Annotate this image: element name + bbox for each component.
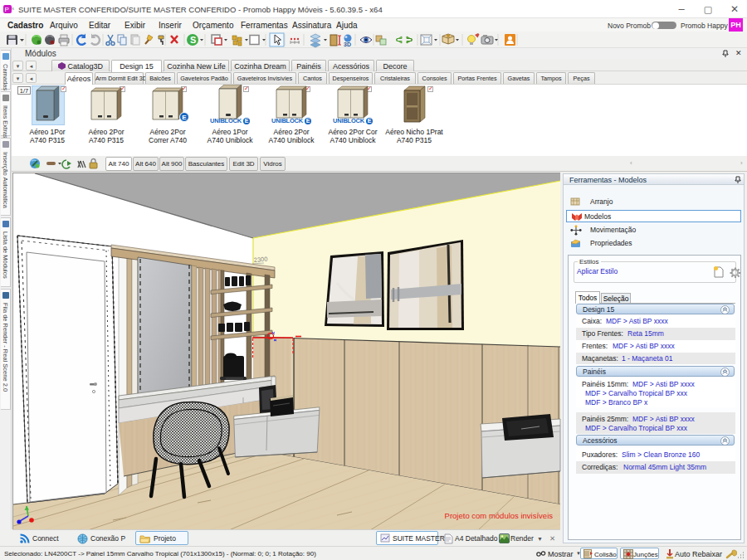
svg-text:s: s [12, 6, 14, 11]
svg-text:Projeto com módulos invisíveis: Projeto com módulos invisíveis [445, 511, 554, 520]
svg-text:2300: 2300 [253, 256, 267, 264]
svg-text:S: S [190, 35, 196, 45]
svg-text:E: E [182, 114, 187, 121]
svg-text:P: P [5, 6, 9, 13]
svg-text:3D: 3D [344, 41, 351, 47]
